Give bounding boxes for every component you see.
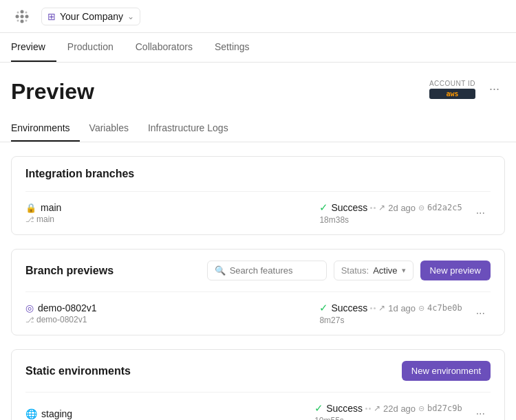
sub-tab-variables[interactable]: Variables xyxy=(80,115,138,142)
chevron-down-icon: ⌄ xyxy=(127,12,134,21)
branch-preview-actions: 🔍 Status: Active ▾ New preview xyxy=(207,261,491,280)
git-branch-icon: ⎇ xyxy=(25,316,34,324)
status-dots xyxy=(370,307,376,309)
page-more-button[interactable]: ··· xyxy=(484,79,505,99)
env-name: 🔒 main xyxy=(25,202,311,213)
static-environments-title: Static environments xyxy=(25,365,131,377)
svg-point-4 xyxy=(21,19,24,23)
success-icon: ✓ xyxy=(319,201,328,214)
chevron-down-icon: ▾ xyxy=(402,266,406,275)
sub-tab-environments[interactable]: Environments xyxy=(11,115,80,142)
status-duration: 10m55s xyxy=(314,416,462,420)
table-row: 🔒 main ⎇ main ✓ Success ↗ 2d ago xyxy=(12,192,504,234)
arrow-up-right-icon: ↗ xyxy=(378,303,385,313)
env-status: ✓ Success ↗ 1d ago ⊝ 4c7be0b 8m27s xyxy=(319,302,462,325)
integration-branches-section: Integration branches 🔒 main ⎇ main ✓ Suc… xyxy=(11,156,505,235)
arrow-up-right-icon: ↗ xyxy=(378,203,385,212)
integration-branches-header: Integration branches xyxy=(12,157,504,191)
account-id-label: ACCOUNT ID xyxy=(429,80,475,87)
new-preview-button[interactable]: New preview xyxy=(420,261,491,280)
env-status: ✓ Success ↗ 2d ago ⊝ 6d2a2c5 18m38s xyxy=(319,201,462,225)
arrow-up-right-icon: ↗ xyxy=(374,404,380,413)
status-dots xyxy=(370,207,376,209)
branch-previews-header: Branch previews 🔍 Status: Active ▾ New p… xyxy=(12,250,504,291)
nav-tab-settings[interactable]: Settings xyxy=(204,33,261,62)
status-duration: 8m27s xyxy=(319,316,462,325)
search-box[interactable]: 🔍 xyxy=(207,261,327,280)
svg-point-3 xyxy=(21,10,24,13)
commit-icon: ⊝ xyxy=(418,304,424,313)
env-more-button[interactable]: ··· xyxy=(471,204,491,222)
lock-icon: 🔒 xyxy=(25,203,36,213)
env-status: ✓ Success ↗ 22d ago ⊝ bd27c9b 10m55s xyxy=(314,402,462,420)
env-branch: ⎇ main xyxy=(25,214,311,224)
status-dots xyxy=(365,408,371,410)
account-id-block: ACCOUNT ID aws xyxy=(429,80,475,99)
status-badge: ✓ Success ↗ 22d ago ⊝ bd27c9b xyxy=(314,402,462,415)
sub-tab-infra-logs[interactable]: Infrastructure Logs xyxy=(138,115,238,142)
svg-point-7 xyxy=(17,19,19,21)
env-name: ◎ demo-0802v1 xyxy=(25,302,311,313)
status-duration: 18m38s xyxy=(319,215,462,225)
search-input[interactable] xyxy=(230,265,319,276)
status-badge: ✓ Success ↗ 1d ago ⊝ 4c7be0b xyxy=(319,302,462,314)
svg-point-2 xyxy=(25,14,29,18)
page-title: Preview xyxy=(11,79,94,104)
svg-point-6 xyxy=(25,11,28,13)
env-info: ◎ demo-0802v1 ⎇ demo-0802v1 xyxy=(25,302,311,324)
env-info: 🌐 staging xyxy=(25,408,306,419)
env-more-button[interactable]: ··· xyxy=(471,405,491,420)
status-badge: ✓ Success ↗ 2d ago ⊝ 6d2a2c5 xyxy=(319,201,462,214)
search-icon: 🔍 xyxy=(215,265,226,276)
svg-point-1 xyxy=(16,14,19,18)
globe-icon: 🌐 xyxy=(25,408,37,419)
aws-badge: aws xyxy=(429,89,475,99)
table-row: ◎ demo-0802v1 ⎇ demo-0802v1 ✓ Success ↗ … xyxy=(12,292,504,335)
env-name: 🌐 staging xyxy=(25,408,306,419)
env-info: 🔒 main ⎇ main xyxy=(25,202,311,224)
sub-tabs: Environments Variables Infrastructure Lo… xyxy=(0,115,516,142)
svg-point-5 xyxy=(17,11,19,13)
main-nav: Preview Production Collaborators Setting… xyxy=(0,33,516,63)
nav-tab-production[interactable]: Production xyxy=(56,33,125,62)
app-logo xyxy=(11,5,33,27)
table-row: 🌐 staging ✓ Success ↗ 22d ago ⊝ bd27c9b xyxy=(12,393,504,420)
topbar: ⊞ Your Company ⌄ xyxy=(0,0,516,33)
nav-tab-collaborators[interactable]: Collaborators xyxy=(125,33,204,62)
git-branch-icon: ⎇ xyxy=(25,215,34,224)
static-environments-section: Static environments New environment 🌐 st… xyxy=(11,349,505,420)
company-grid-icon: ⊞ xyxy=(47,11,56,22)
circle-icon: ◎ xyxy=(25,302,34,313)
status-dropdown-label: Status: xyxy=(341,265,369,276)
branch-previews-title: Branch previews xyxy=(25,265,114,277)
company-selector[interactable]: ⊞ Your Company ⌄ xyxy=(41,8,140,25)
status-dropdown-value: Active xyxy=(373,265,397,276)
env-branch: ⎇ demo-0802v1 xyxy=(25,315,311,324)
account-info: ACCOUNT ID aws ··· xyxy=(429,79,505,99)
success-icon: ✓ xyxy=(319,302,328,314)
company-name: Your Company xyxy=(60,11,123,22)
env-more-button[interactable]: ··· xyxy=(471,305,491,322)
integration-branches-title: Integration branches xyxy=(25,168,134,180)
commit-icon: ⊝ xyxy=(418,404,424,413)
nav-tab-preview[interactable]: Preview xyxy=(11,33,56,62)
page-header: Preview ACCOUNT ID aws ··· xyxy=(0,63,516,115)
success-icon: ✓ xyxy=(314,402,323,415)
svg-point-0 xyxy=(21,14,24,18)
branch-previews-section: Branch previews 🔍 Status: Active ▾ New p… xyxy=(11,249,505,335)
status-dropdown[interactable]: Status: Active ▾ xyxy=(334,261,413,280)
commit-icon: ⊝ xyxy=(418,203,424,212)
new-environment-button[interactable]: New environment xyxy=(402,361,491,381)
static-environments-header: Static environments New environment xyxy=(12,350,504,392)
svg-point-8 xyxy=(25,19,28,21)
